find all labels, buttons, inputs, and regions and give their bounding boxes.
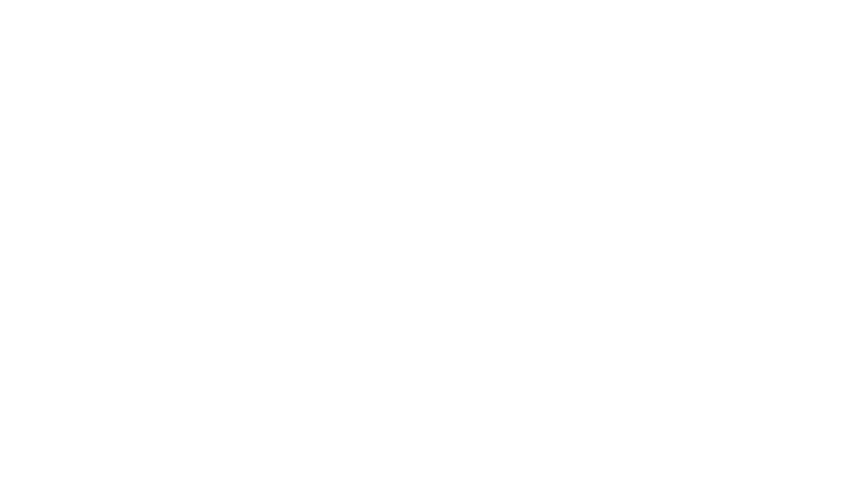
org-chart — [22, 36, 846, 434]
chart-area — [22, 36, 846, 434]
connector-lines — [22, 36, 846, 434]
